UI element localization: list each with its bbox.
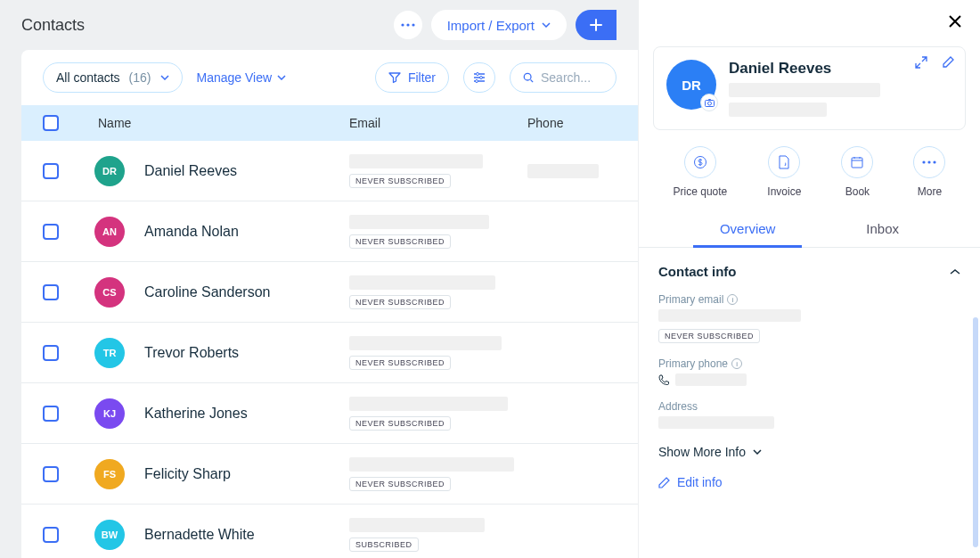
calendar-icon xyxy=(850,155,864,169)
info-icon[interactable]: i xyxy=(727,294,738,305)
table-row[interactable]: DR Daniel Reeves NEVER SUBSCRIBED xyxy=(21,141,638,201)
row-checkbox[interactable] xyxy=(43,345,59,361)
invoice-button[interactable]: Invoice xyxy=(767,146,801,198)
svg-point-3 xyxy=(477,73,479,76)
table-row[interactable]: FS Felicity Sharp NEVER SUBSCRIBED xyxy=(21,444,638,505)
show-more-button[interactable]: Show More Info xyxy=(658,445,960,459)
subscription-badge: NEVER SUBSCRIBED xyxy=(349,356,451,370)
book-button[interactable]: Book xyxy=(841,146,873,198)
collapse-section-button[interactable] xyxy=(950,268,960,275)
more-icon xyxy=(922,160,936,164)
close-panel-button[interactable] xyxy=(948,14,962,29)
settings-button[interactable] xyxy=(463,62,495,93)
invoice-label: Invoice xyxy=(767,185,801,198)
redacted-email xyxy=(729,83,880,97)
invoice-icon xyxy=(778,155,790,169)
view-count: (16) xyxy=(129,70,151,85)
search-input[interactable] xyxy=(541,70,603,85)
col-name[interactable]: Name xyxy=(82,116,349,130)
row-name: Caroline Sanderson xyxy=(144,284,270,300)
price-quote-label: Price quote xyxy=(674,185,728,198)
row-name: Daniel Reeves xyxy=(144,163,237,179)
expand-button[interactable] xyxy=(915,56,927,69)
tab-inbox[interactable]: Inbox xyxy=(857,210,908,247)
import-export-button[interactable]: Import / Export xyxy=(431,10,567,40)
redacted-email xyxy=(349,336,502,350)
filter-button[interactable]: Filter xyxy=(375,62,449,93)
avatar: DR xyxy=(94,156,125,186)
edit-info-button[interactable]: Edit info xyxy=(658,475,960,489)
price-quote-button[interactable]: Price quote xyxy=(674,146,728,198)
col-email[interactable]: Email xyxy=(349,116,527,130)
row-checkbox[interactable] xyxy=(43,284,59,300)
contact-avatar[interactable]: DR xyxy=(666,60,716,110)
redacted-primary-email xyxy=(658,309,801,322)
info-icon[interactable]: i xyxy=(731,358,742,369)
more-menu-button[interactable] xyxy=(394,11,422,39)
show-more-label: Show More Info xyxy=(658,445,746,459)
svg-point-2 xyxy=(412,23,414,26)
redacted-email xyxy=(349,215,489,229)
add-contact-button[interactable] xyxy=(576,10,617,40)
table-row[interactable]: CS Caroline Sanderson NEVER SUBSCRIBED xyxy=(21,262,638,323)
svg-point-11 xyxy=(923,160,926,163)
subscription-badge: SUBSCRIBED xyxy=(349,537,419,552)
row-checkbox[interactable] xyxy=(43,163,59,179)
row-name: Trevor Roberts xyxy=(144,345,239,361)
import-export-label: Import / Export xyxy=(447,18,535,33)
filter-icon xyxy=(388,71,401,84)
subscription-badge: NEVER SUBSCRIBED xyxy=(658,329,760,343)
camera-icon xyxy=(705,99,715,107)
plus-icon xyxy=(590,19,602,31)
view-selector[interactable]: All contacts (16) xyxy=(43,62,183,93)
search-icon xyxy=(523,71,534,84)
avatar: BW xyxy=(94,520,125,550)
search-box[interactable] xyxy=(510,62,617,93)
row-checkbox[interactable] xyxy=(43,466,59,482)
subscription-badge: NEVER SUBSCRIBED xyxy=(349,416,451,431)
table-header: Name Email Phone xyxy=(21,105,638,141)
redacted-email xyxy=(349,154,483,168)
table-row[interactable]: AN Amanda Nolan NEVER SUBSCRIBED xyxy=(21,201,638,262)
subscription-badge: NEVER SUBSCRIBED xyxy=(349,234,451,249)
table-row[interactable]: TR Trevor Roberts NEVER SUBSCRIBED xyxy=(21,323,638,383)
row-name: Amanda Nolan xyxy=(144,224,239,240)
svg-point-12 xyxy=(928,160,931,163)
table-row[interactable]: KJ Katherine Jones NEVER SUBSCRIBED xyxy=(21,383,638,444)
row-checkbox[interactable] xyxy=(43,224,59,240)
section-contact-info: Contact info xyxy=(658,264,737,279)
table-row[interactable]: BW Bernadette White SUBSCRIBED xyxy=(21,505,638,558)
edit-card-button[interactable] xyxy=(942,56,954,69)
redacted-email xyxy=(349,457,514,472)
label-address: Address xyxy=(658,400,960,413)
label-primary-email: Primary emaili xyxy=(658,293,960,306)
row-checkbox[interactable] xyxy=(43,406,59,422)
redacted-email xyxy=(349,275,495,290)
manage-view-button[interactable]: Manage View xyxy=(197,70,287,85)
scrollbar[interactable] xyxy=(973,317,978,547)
col-phone[interactable]: Phone xyxy=(527,116,617,130)
svg-point-0 xyxy=(401,23,404,26)
avatar: CS xyxy=(94,277,125,308)
svg-point-8 xyxy=(707,102,711,105)
pencil-icon xyxy=(658,477,670,488)
avatar: FS xyxy=(94,459,125,489)
chevron-down-icon xyxy=(277,75,286,80)
chevron-down-icon xyxy=(160,75,169,80)
label-primary-phone: Primary phonei xyxy=(658,357,960,370)
avatar: AN xyxy=(94,217,125,247)
more-actions-button[interactable]: More xyxy=(913,146,945,198)
sliders-icon xyxy=(473,72,486,83)
avatar: TR xyxy=(94,338,125,368)
book-label: Book xyxy=(845,185,870,198)
chevron-down-icon xyxy=(542,22,551,28)
view-label: All contacts xyxy=(56,70,120,85)
filter-label: Filter xyxy=(408,70,436,85)
redacted-email xyxy=(349,397,508,411)
row-checkbox[interactable] xyxy=(43,527,59,543)
tab-overview[interactable]: Overview xyxy=(711,210,785,247)
contact-card: DR Daniel Reeves xyxy=(653,46,966,130)
select-all-checkbox[interactable] xyxy=(43,115,59,131)
phone-icon xyxy=(658,374,670,386)
upload-photo-button[interactable] xyxy=(700,94,718,111)
